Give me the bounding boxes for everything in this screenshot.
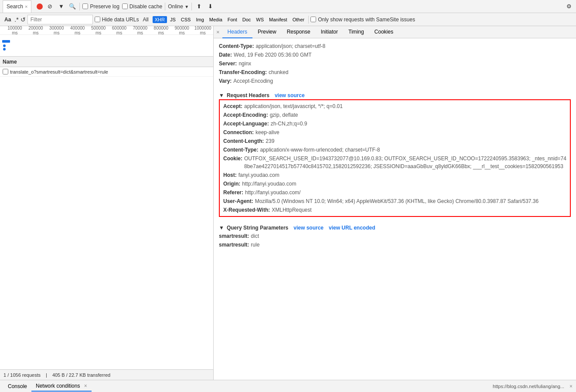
tab-timing[interactable]: Timing — [343, 26, 369, 38]
bottom-tabs: Console Network conditions × — [3, 381, 92, 392]
timeline-dot-1 — [3, 44, 6, 47]
transferred-size: 405 B / 22.7 KB transferred — [52, 372, 110, 378]
request-list-header: Name — [0, 57, 213, 67]
filter-icon[interactable]: ▼ — [57, 2, 65, 11]
tl-800k: 800000 ms — [150, 26, 171, 35]
timeline-bar-1 — [2, 40, 10, 43]
filter-img-btn[interactable]: Img — [194, 16, 206, 23]
divider2 — [165, 3, 165, 10]
filter-font-btn[interactable]: Font — [225, 16, 239, 23]
headers-content[interactable]: Content-Type: application/json; charset=… — [214, 38, 576, 380]
settings-icon[interactable]: ⚙ — [565, 2, 573, 11]
request-headers-highlighted: Accept: application/json, text/javascrip… — [219, 99, 571, 217]
origin-row: Origin: http://fanyi.youdao.com — [223, 179, 566, 188]
disable-cache-checkbox[interactable] — [122, 3, 128, 9]
filter-css-btn[interactable]: CSS — [179, 16, 193, 23]
aa-button[interactable]: Aa — [3, 16, 13, 24]
record-icon[interactable] — [37, 3, 43, 10]
server-row: Server: nginx — [219, 59, 571, 68]
tab-cookies[interactable]: Cookies — [369, 26, 399, 38]
top-toolbar: Search × ⊘ ▼ 🔍 Preserve log Disable cach… — [0, 0, 576, 13]
requests-count: 1 / 1056 requests — [3, 372, 41, 378]
hide-data-urls-label[interactable]: Hide data URLs — [95, 17, 139, 23]
filter-manifest-btn[interactable]: Manifest — [267, 16, 290, 23]
all-filter-btn[interactable]: All — [140, 16, 150, 24]
bottom-close-icon[interactable]: × — [569, 383, 573, 389]
filter-type-buttons: XHR JS CSS Img Media Font Doc WS Manifes… — [153, 16, 307, 23]
request-headers-title[interactable]: ▼ Request Headers view source — [219, 92, 571, 98]
accept-language-row: Accept-Language: zh-CN,zh;q=0.9 — [223, 119, 566, 128]
main-content: 100000 ms 200000 ms 300000 ms 400000 ms … — [0, 26, 576, 380]
search-tab[interactable]: Search × — [3, 0, 31, 13]
regex-button[interactable]: .* — [14, 16, 18, 23]
search-icon[interactable]: 🔍 — [68, 2, 77, 11]
close-panel-icon[interactable]: × — [214, 29, 222, 35]
left-panel: 100000 ms 200000 ms 300000 ms 400000 ms … — [0, 26, 214, 380]
disable-cache-label[interactable]: Disable cache — [122, 3, 162, 10]
timeline-bars — [0, 35, 213, 56]
network-conditions-close-icon[interactable]: × — [84, 383, 87, 389]
left-status-bar: 1 / 1056 requests | 405 B / 22.7 KB tran… — [0, 369, 213, 380]
tab-headers[interactable]: Headers — [222, 26, 252, 38]
query-string-section: ▼ Query String Parameters view source vi… — [214, 220, 576, 251]
divider — [79, 3, 80, 10]
tab-response[interactable]: Response — [282, 26, 316, 38]
request-item[interactable]: translate_o?smartresult=dict&smartresult… — [0, 67, 213, 77]
stop-icon[interactable]: ⊘ — [45, 2, 54, 11]
upload-icon[interactable]: ⬆ — [194, 2, 203, 11]
response-headers-section: Content-Type: application/json; charset=… — [214, 40, 576, 87]
tl-700k: 700000 ms — [130, 26, 150, 35]
download-icon[interactable]: ⬇ — [206, 2, 215, 11]
qs-param-2: smartresult: rule — [219, 240, 571, 249]
filter-doc-btn[interactable]: Doc — [240, 16, 253, 23]
online-select[interactable]: Online ▼ — [168, 3, 189, 10]
tabs-bar: × Headers Preview Response Initiator Tim… — [214, 26, 576, 38]
tl-900k: 900000 ms — [171, 26, 192, 35]
user-agent-row: User-Agent: Mozilla/5.0 (Windows NT 10.0… — [223, 197, 566, 206]
accept-row: Accept: application/json, text/javascrip… — [223, 102, 566, 111]
connection-row: Connection: keep-alive — [223, 128, 566, 137]
requests-list[interactable]: translate_o?smartresult=dict&smartresult… — [0, 67, 213, 369]
filter-ws-btn[interactable]: WS — [254, 16, 266, 23]
filter-media-btn[interactable]: Media — [207, 16, 225, 23]
filter-other-btn[interactable]: Other — [290, 16, 307, 23]
divider4 — [308, 16, 309, 24]
divider3 — [191, 3, 192, 10]
tab-initiator[interactable]: Initiator — [316, 26, 343, 38]
samesite-label[interactable]: Only show requests with SameSite issues — [310, 17, 415, 23]
request-checkbox[interactable] — [3, 69, 8, 74]
req-content-type-row: Content-Type: application/x-www-form-url… — [223, 145, 566, 154]
qs-param-1: smartresult: dict — [219, 232, 571, 240]
tl-300k: 300000 ms — [46, 26, 67, 35]
filter-xhr-btn[interactable]: XHR — [153, 16, 167, 23]
console-tab[interactable]: Console — [3, 382, 31, 391]
view-source-link[interactable]: view source — [275, 92, 305, 98]
filter-js-btn[interactable]: JS — [168, 16, 178, 23]
tl-500k: 500000 ms — [88, 26, 109, 35]
close-tab-icon[interactable]: × — [25, 4, 27, 9]
hide-data-urls-checkbox[interactable] — [95, 17, 100, 22]
referer-row: Referer: http://fanyi.youdao.com/ — [223, 188, 566, 197]
preserve-log-checkbox[interactable] — [82, 3, 88, 9]
samesite-checkbox[interactable] — [310, 17, 316, 22]
filter-input[interactable] — [27, 15, 93, 24]
transfer-encoding-row: Transfer-Encoding: chunked — [219, 68, 571, 77]
query-string-title[interactable]: ▼ Query String Parameters view source vi… — [219, 225, 571, 231]
reload-button[interactable]: ↺ — [20, 16, 26, 23]
timeline: 100000 ms 200000 ms 300000 ms 400000 ms … — [0, 26, 213, 57]
timeline-dot-2 — [3, 48, 6, 51]
tl-1000k: 1000000 ms — [192, 26, 213, 35]
network-conditions-tab[interactable]: Network conditions × — [31, 381, 92, 392]
qs-view-source-link[interactable]: view source — [293, 225, 324, 231]
x-requested-with-row: X-Requested-With: XMLHttpRequest — [223, 206, 566, 214]
search-tab-label: Search — [7, 3, 23, 10]
tl-600k: 600000 ms — [109, 26, 130, 35]
status-divider: | — [46, 372, 47, 378]
content-length-row: Content-Length: 239 — [223, 137, 566, 145]
qs-view-url-encoded-link[interactable]: view URL encoded — [329, 225, 375, 231]
host-row: Host: fanyi.youdao.com — [223, 171, 566, 179]
tab-preview[interactable]: Preview — [252, 26, 282, 38]
preserve-log-label[interactable]: Preserve log — [82, 3, 119, 10]
date-row: Date: Wed, 19 Feb 2020 05:36:00 GMT — [219, 51, 571, 59]
tl-200k: 200000 ms — [25, 26, 46, 35]
